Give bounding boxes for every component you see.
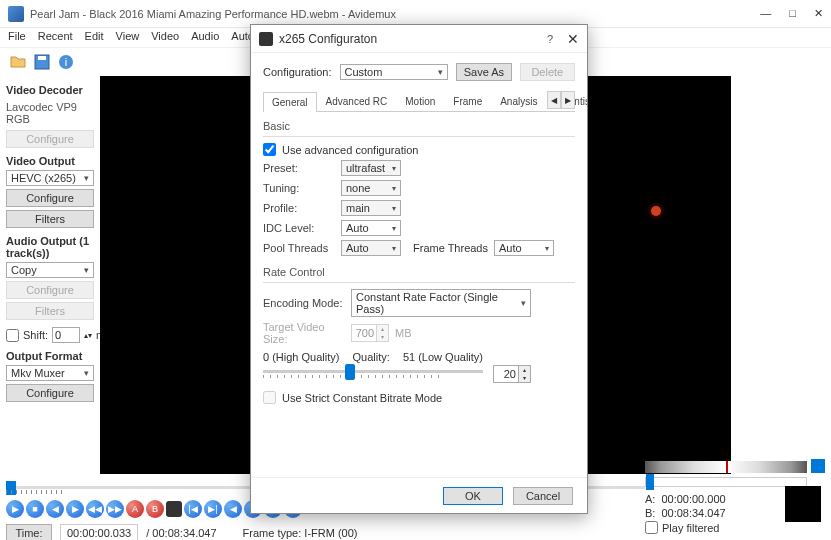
frame-threads-combo[interactable]: Auto [494, 240, 554, 256]
preview-thumbnail [785, 486, 821, 522]
stop-button[interactable]: ■ [26, 500, 44, 518]
audio-configure-button[interactable]: Configure [6, 281, 94, 299]
maximize-button[interactable]: □ [789, 7, 796, 20]
time-total: / 00:08:34.047 [146, 527, 216, 539]
config-value: Custom [345, 66, 383, 78]
preset-combo[interactable]: ultrafast [341, 160, 401, 176]
decoder-text: Lavcodec VP9 RGB [6, 101, 94, 125]
video-output-configure-button[interactable]: Configure [6, 189, 94, 207]
svg-rect-1 [38, 56, 46, 60]
target-size-input [352, 326, 376, 340]
selection-bar[interactable] [645, 461, 807, 473]
tab-scroll-left-icon[interactable]: ◀ [547, 91, 561, 109]
play-filtered-checkbox[interactable] [645, 521, 658, 534]
marker-b-value: 00:08:34.047 [661, 507, 725, 519]
quality-slider-knob[interactable] [345, 364, 355, 380]
decoder-configure-button[interactable]: Configure [6, 130, 94, 148]
quality-value-input[interactable] [494, 367, 518, 381]
video-output-filters-button[interactable]: Filters [6, 210, 94, 228]
goto-a-button[interactable]: ◀ [224, 500, 242, 518]
tuning-combo[interactable]: none [341, 180, 401, 196]
black-frame-icon[interactable] [166, 501, 182, 517]
next-frame-button[interactable]: ▶ [66, 500, 84, 518]
save-as-button[interactable]: Save As [456, 63, 511, 81]
set-marker-b-button[interactable]: B [146, 500, 164, 518]
tab-motion[interactable]: Motion [396, 91, 444, 111]
pool-combo[interactable]: Auto [341, 240, 401, 256]
quality-spin-up-icon[interactable]: ▴ [518, 366, 530, 374]
x265-config-dialog: x265 Configuraton ? ✕ Configuration: Cus… [250, 24, 588, 514]
set-marker-a-button[interactable]: A [126, 500, 144, 518]
ok-button[interactable]: OK [443, 487, 503, 505]
menu-audio[interactable]: Audio [191, 30, 219, 45]
strict-cbr-label: Use Strict Constant Bitrate Mode [282, 392, 442, 404]
tab-frame[interactable]: Frame [444, 91, 491, 111]
close-button[interactable]: ✕ [814, 7, 823, 20]
video-output-label: Video Output [6, 155, 94, 167]
encoding-mode-combo[interactable]: Constant Rate Factor (Single Pass) [351, 289, 531, 317]
dialog-close-button[interactable]: ✕ [567, 31, 579, 47]
shift-checkbox[interactable] [6, 329, 19, 342]
tab-scroll-right-icon[interactable]: ▶ [561, 91, 575, 109]
encoding-mode-value: Constant Rate Factor (Single Pass) [356, 291, 521, 315]
video-output-combo[interactable]: HEVC (x265) [6, 170, 94, 186]
marker-panel: A:00:00:00.000 B:00:08:34.047 Play filte… [645, 459, 825, 534]
encoding-mode-label: Encoding Mode: [263, 297, 345, 309]
config-combo[interactable]: Custom [340, 64, 449, 80]
output-format-value: Mkv Muxer [11, 367, 65, 379]
next-keyframe-button[interactable]: ▶▶ [106, 500, 124, 518]
prev-frame-button[interactable]: ◀ [46, 500, 64, 518]
goto-start-button[interactable]: |◀ [184, 500, 202, 518]
tab-analysis[interactable]: Analysis [491, 91, 546, 111]
shift-spinner-icon[interactable]: ▴▾ [84, 331, 92, 340]
cancel-button[interactable]: Cancel [513, 487, 573, 505]
audio-filters-button[interactable]: Filters [6, 302, 94, 320]
basic-group-label: Basic [263, 120, 575, 132]
use-advanced-label: Use advanced configuration [282, 144, 418, 156]
save-icon[interactable] [32, 52, 52, 72]
frame-type: Frame type: I-FRM (00) [243, 527, 358, 539]
window-title: Pearl Jam - Black 2016 Miami Amazing Per… [30, 8, 760, 20]
goto-end-button[interactable]: ▶| [204, 500, 222, 518]
minimize-button[interactable]: — [760, 7, 771, 20]
selection-mark-icon [726, 461, 728, 473]
time-current[interactable]: 00:00:00.033 [60, 524, 138, 540]
tuning-label: Tuning: [263, 182, 335, 194]
menu-recent[interactable]: Recent [38, 30, 73, 45]
zoom-toggle-icon[interactable] [811, 459, 825, 473]
tab-general[interactable]: General [263, 92, 317, 112]
dialog-help-button[interactable]: ? [547, 33, 553, 45]
play-button[interactable]: ▶ [6, 500, 24, 518]
audio-output-combo[interactable]: Copy [6, 262, 94, 278]
output-format-combo[interactable]: Mkv Muxer [6, 365, 94, 381]
output-format-configure-button[interactable]: Configure [6, 384, 94, 402]
target-size-unit: MB [395, 327, 412, 339]
audio-output-value: Copy [11, 264, 37, 276]
open-file-icon[interactable] [8, 52, 28, 72]
quality-slider[interactable] [263, 370, 483, 373]
time-label-button[interactable]: Time: [6, 524, 52, 540]
info-icon[interactable]: i [56, 52, 76, 72]
use-advanced-checkbox[interactable] [263, 143, 276, 156]
menu-file[interactable]: File [8, 30, 26, 45]
video-decoder-label: Video Decoder [6, 84, 94, 96]
tabstrip: General Advanced RC Motion Frame Analysi… [263, 91, 575, 112]
menu-view[interactable]: View [116, 30, 140, 45]
dialog-titlebar: x265 Configuraton ? ✕ [251, 25, 587, 53]
menu-edit[interactable]: Edit [85, 30, 104, 45]
preset-label: Preset: [263, 162, 335, 174]
menu-video[interactable]: Video [151, 30, 179, 45]
dialog-logo-icon [259, 32, 273, 46]
marker-b-label: B: [645, 507, 655, 519]
shift-input[interactable] [52, 327, 80, 343]
profile-combo[interactable]: main [341, 200, 401, 216]
selection-knob[interactable] [646, 474, 654, 490]
quality-spin-down-icon[interactable]: ▾ [518, 374, 530, 382]
output-format-label: Output Format [6, 350, 94, 362]
prev-keyframe-button[interactable]: ◀◀ [86, 500, 104, 518]
idc-combo[interactable]: Auto [341, 220, 401, 236]
tab-advanced-rc[interactable]: Advanced RC [317, 91, 397, 111]
rate-control-label: Rate Control [263, 266, 575, 278]
dialog-title: x265 Configuraton [279, 32, 547, 46]
delete-button[interactable]: Delete [520, 63, 575, 81]
